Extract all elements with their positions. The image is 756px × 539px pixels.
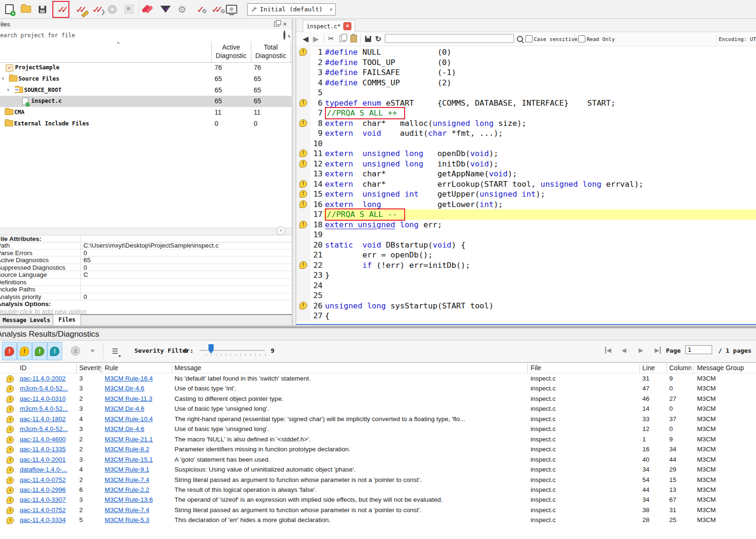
header-divider[interactable] (640, 363, 640, 373)
code-line-11[interactable]: 11extern unsigned long openDb(void); (296, 149, 756, 159)
diagnostic-id-link[interactable]: qac-11.4.0-3334 (20, 516, 75, 523)
diagnostic-rule-link[interactable]: M3CM Rule-11.3 (105, 395, 171, 402)
header-divider[interactable] (666, 363, 667, 373)
expander-icon[interactable]: ∨ (7, 87, 10, 92)
code-text[interactable]: if (!err) err=initDb(); (324, 260, 756, 271)
code-text[interactable]: unsigned long sysStartup(START tool) (324, 301, 756, 311)
code-text[interactable]: extern long getLower(int); (324, 199, 756, 210)
toolbar-overflow-chevron[interactable]: » (91, 347, 94, 354)
tab-files[interactable]: Files (53, 315, 81, 326)
diagnostic-row[interactable]: qac-11.4.0-33345M3CM Rule-5.3This declar… (0, 515, 756, 525)
diagnostic-row[interactable]: qac-11.4.0-07522M3CM Rule-7.4String lite… (0, 475, 756, 485)
read-only-checkbox[interactable] (578, 35, 585, 42)
code-line-6[interactable]: 6typedef enum eSTART {COMMS, DATABASE, I… (296, 98, 756, 108)
code-text[interactable]: #define FAILSAFE (-1) (324, 67, 756, 78)
editor-search-input[interactable] (385, 34, 514, 43)
editor-scrollbar[interactable] (296, 324, 756, 325)
diagnostic-rule-link[interactable]: M3CM Rule-9.1 (105, 466, 171, 473)
code-line-23[interactable]: 23} (296, 270, 756, 281)
diagnostic-rule-link[interactable]: M3CM Rule-10.4 (105, 415, 171, 423)
header-file[interactable]: File (531, 364, 639, 372)
analysis-settings-button[interactable]: ✓⚙ (192, 2, 205, 17)
sync-project-button[interactable] (142, 2, 156, 17)
tree-item-source-root[interactable]: ∨SOURCE_ROOT6565 (0, 85, 291, 96)
diagnostic-marker-icon[interactable] (299, 160, 307, 167)
stop-analysis-button[interactable] (122, 2, 135, 17)
diagnostic-row[interactable]: qac-11.4.0-03102M3CM Rule-11.3Casting to… (0, 394, 756, 404)
code-text[interactable]: static void DBstartup(void) { (324, 240, 756, 250)
diagnostic-id-link[interactable]: qac-11.4.0-0752 (20, 476, 75, 483)
reload-file-button[interactable]: ↻ (374, 34, 383, 43)
save-file-button[interactable] (363, 34, 373, 43)
suppressed-count-badge[interactable]: 2 (71, 346, 80, 356)
code-text[interactable]: extern unsigned long initDb(void); (324, 159, 756, 169)
column-header-total-diagnostic[interactable]: Total Diagnostic (252, 43, 290, 60)
diagnostic-id-link[interactable]: qac-11.4.0-2001 (20, 456, 75, 463)
diagnostic-rule-link[interactable]: M3CM Rule-7.4 (105, 506, 171, 514)
header-message-group[interactable]: Message Group (697, 364, 756, 372)
diagnostic-id-link[interactable]: qac-11.4.0-3307 (20, 496, 75, 503)
toggle-severity-warning-button[interactable] (17, 342, 32, 360)
code-line-18[interactable]: 18extern unsigned long err; (296, 220, 756, 230)
diagnostic-row[interactable]: qac-11.4.0-07522M3CM Rule-7.4String lite… (0, 506, 756, 515)
diagnostic-row[interactable]: qac-11.4.0-18024M3CM Rule-10.4The right-… (0, 415, 756, 424)
open-project-button[interactable] (19, 2, 33, 17)
close-tab-icon[interactable]: ✕ (343, 22, 351, 30)
diagnostic-id-link[interactable]: qac-11.4.0-2996 (20, 486, 75, 493)
diagnostic-marker-icon[interactable] (299, 190, 307, 198)
diagnostic-rule-link[interactable]: M3CM Rule-7.4 (105, 476, 171, 483)
header-divider[interactable] (102, 363, 102, 373)
navigate-back-button[interactable]: ◀ (301, 34, 310, 43)
diagnostic-marker-icon[interactable] (299, 149, 307, 157)
column-divider[interactable] (291, 41, 291, 62)
tree-item-external-include-files[interactable]: External Include Files00 (0, 118, 291, 130)
code-text[interactable]: //PRQA S ALL -- (324, 209, 756, 220)
code-line-15[interactable]: 15extern unsigned int getUpper(unsigned … (296, 189, 756, 199)
analyze-clean-button[interactable]: ✓✓ (73, 2, 86, 17)
code-text[interactable]: #define COMMS_UP (2) (324, 78, 756, 88)
code-text[interactable]: extern unsigned int getUpper(unsigned in… (324, 189, 756, 199)
diagnostic-row[interactable]: qac-11.4.0-20013M3CM Rule-15.1A 'goto' s… (0, 455, 756, 465)
file-search-box[interactable]: Search project for file (0, 29, 292, 42)
filter-button[interactable] (159, 2, 172, 17)
header-divider[interactable] (76, 363, 77, 373)
previous-page-button[interactable]: ◀ (622, 347, 626, 354)
column-header-active-diagnostic[interactable]: Active Diagnostic (212, 43, 250, 60)
cut-button[interactable]: ✂ (326, 34, 336, 43)
diagnostic-rule-link[interactable]: M3CM Rule-21.1 (105, 436, 171, 443)
attribute-value[interactable]: C (83, 271, 88, 278)
first-page-button[interactable]: ◀ (605, 347, 611, 354)
diagnostic-rule-link[interactable]: M3CM Rule-5.3 (105, 516, 171, 523)
header-rule[interactable]: Rule (105, 364, 171, 372)
code-text[interactable]: #define TOOL_UP (0) (324, 58, 756, 68)
attribute-value[interactable]: C:\Users\mxyt\Desktop\ProjectSample\insp… (83, 242, 219, 249)
code-line-2[interactable]: 2#define TOOL_UP (0) (296, 58, 756, 68)
header-id[interactable]: ID (20, 364, 75, 372)
diagnostic-id-link[interactable]: m3cm-5.4.0-52... (20, 425, 75, 432)
code-line-1[interactable]: 1#define NULL (0) (296, 47, 756, 58)
code-line-19[interactable]: 19 (296, 230, 756, 240)
code-line-7[interactable]: 7//PRQA S ALL ++ (296, 108, 756, 118)
code-text[interactable]: { (324, 311, 756, 321)
case-sensitive-checkbox[interactable] (525, 35, 532, 42)
diagnostic-row[interactable]: dataflow-1.4.0-...4M3CM Rule-9.1Suspicio… (0, 465, 756, 475)
float-panel-button[interactable] (272, 20, 281, 28)
code-line-14[interactable]: 14extern char* errLookup(START tool, uns… (296, 179, 756, 190)
diagnostic-row[interactable]: m3cm-5.4.0-52...3M3CM Dir-4.6Use of basi… (0, 404, 756, 414)
code-line-3[interactable]: 3#define FAILSAFE (-1) (296, 67, 756, 78)
diagnostic-row[interactable]: qac-11.4.0-33073M3CM Rule-13.6The operan… (0, 495, 756, 505)
severity-slider-handle[interactable] (208, 344, 214, 354)
code-text[interactable]: extern char* errLookup(START tool, unsig… (324, 179, 756, 190)
navigate-forward-button[interactable]: ▶ (311, 34, 321, 43)
code-text[interactable]: extern unsigned long openDb(void); (324, 149, 756, 159)
code-text[interactable]: } (324, 270, 756, 281)
diagnostic-row[interactable]: qac-11.4.0-46002M3CM Rule-21.1The macro … (0, 435, 756, 445)
editor-tab-inspect-c[interactable]: inspect.c* ✕ (303, 20, 355, 32)
diagnostic-id-link[interactable]: qac-11.4.0-1802 (20, 415, 75, 423)
next-page-button[interactable]: ▶ (639, 347, 643, 354)
diagnostic-id-link[interactable]: qac-11.4.0-2002 (20, 375, 75, 382)
remote-settings-button[interactable]: ⚙ (225, 2, 238, 17)
code-line-22[interactable]: 22 if (!err) err=initDb(); (296, 260, 756, 271)
code-text[interactable]: typedef enum eSTART {COMMS, DATABASE, IN… (324, 98, 756, 108)
attribute-value[interactable]: 0 (83, 264, 87, 271)
